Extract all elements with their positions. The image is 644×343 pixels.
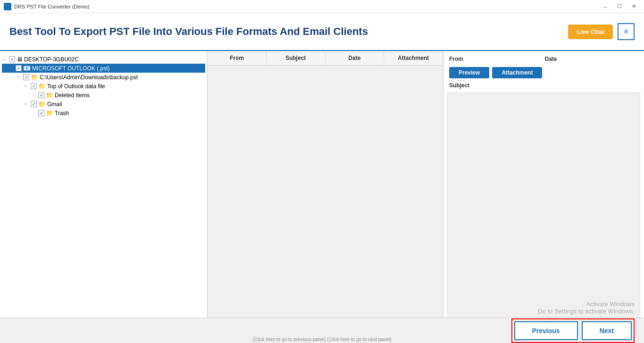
folder-icon-3: 📁 [38,83,46,90]
tree-container: −🖥DESKTOP-3GBU02C 📧MICROSOFT OUTLOOK (.p… [0,51,207,343]
tree-item-1[interactable]: 📧MICROSOFT OUTLOOK (.pst) [2,64,205,73]
main-content: −🖥DESKTOP-3GBU02C 📧MICROSOFT OUTLOOK (.p… [0,51,644,343]
title-bar-left: DRS PST File Converter (Demo) [4,3,89,10]
app-title: DRS PST File Converter (Demo) [14,4,89,9]
date-label: Date [545,56,639,62]
folder-icon-4: 📁 [46,92,53,99]
email-table-body [208,66,443,328]
folder-icon-6: 📁 [46,109,53,117]
bottom-hint: (Click here to go to previous panel) (Cl… [252,337,391,342]
title-bar: DRS PST File Converter (Demo) – ☐ ✕ [0,0,644,13]
folder-icon-2: 📁 [31,74,38,81]
live-chat-button[interactable]: Live Chat [568,25,613,39]
preview-header: From Date [443,51,644,64]
folder-icon-1: 📧 [23,65,31,72]
next-button[interactable]: Next [582,321,632,340]
tree-label-2: C:\Users\Admin\Downloads\backup.pst [40,74,138,81]
right-panel: From Date Preview Attachment Subject [443,51,644,343]
header-right: Live Chat ≡ [568,23,635,40]
checkbox-2[interactable] [23,74,29,80]
title-bar-controls: – ☐ ✕ [599,2,640,11]
tree-item-6[interactable]: 📁Trash [2,109,205,117]
preview-button[interactable]: Preview [449,67,489,78]
preview-body [447,92,640,343]
checkbox-5[interactable] [31,101,37,107]
menu-button[interactable]: ≡ [618,23,635,40]
close-button[interactable]: ✕ [627,2,640,11]
collapse-icon-3: − [25,84,29,89]
attachment-button[interactable]: Attachment [492,67,542,78]
collapse-icon-0: − [3,57,8,62]
app-icon [4,3,11,10]
tree-label-6: Trash [55,110,69,117]
minimize-button[interactable]: – [599,2,612,11]
col-from: From [208,51,267,65]
page-title: Best Tool To Export PST File Into Variou… [9,25,368,38]
col-attachment: Attachment [384,51,443,65]
folder-icon-0: 🖥 [17,56,23,63]
tree-item-5[interactable]: −📁Gmail [2,100,205,109]
checkbox-0[interactable] [9,56,15,62]
tree-item-2[interactable]: −📁C:\Users\Admin\Downloads\backup.pst [2,73,205,82]
tree-label-1: MICROSOFT OUTLOOK (.pst) [32,65,109,72]
tree-label-4: Deleted Items [55,92,90,99]
tree-label-0: DESKTOP-3GBU02C [24,56,79,63]
tree-label-3: Top of Outlook data file [47,83,105,90]
checkbox-4[interactable] [38,92,44,98]
col-subject: Subject [267,51,326,65]
email-table-header: From Subject Date Attachment [208,51,443,66]
left-panel: −🖥DESKTOP-3GBU02C 📧MICROSOFT OUTLOOK (.p… [0,51,208,343]
folder-icon-5: 📁 [38,100,46,108]
collapse-icon-5: − [25,101,29,107]
col-date: Date [326,51,385,65]
maximize-button[interactable]: ☐ [613,2,626,11]
tree-label-5: Gmail [47,101,62,108]
tree-item-4[interactable]: 📁Deleted Items [2,91,205,100]
header-bar: Best Tool To Export PST File Into Variou… [0,13,644,51]
middle-panel: From Subject Date Attachment Total Messa… [208,51,443,343]
preview-buttons: Preview Attachment [443,64,644,81]
bottom-bar: Previous Next (Click here to go to previ… [0,318,644,343]
collapse-icon-2: − [17,75,22,80]
checkbox-6[interactable] [38,110,44,116]
checkbox-3[interactable] [31,83,37,89]
previous-button[interactable]: Previous [514,321,578,340]
subject-label: Subject [443,81,644,92]
from-label: From [449,56,543,62]
checkbox-1[interactable] [16,65,22,71]
nav-area: Previous Next [511,318,635,343]
tree-item-3[interactable]: −📁Top of Outlook data file [2,82,205,91]
tree-item-0[interactable]: −🖥DESKTOP-3GBU02C [2,55,205,64]
file-tree: −🖥DESKTOP-3GBU02C 📧MICROSOFT OUTLOOK (.p… [2,55,205,117]
